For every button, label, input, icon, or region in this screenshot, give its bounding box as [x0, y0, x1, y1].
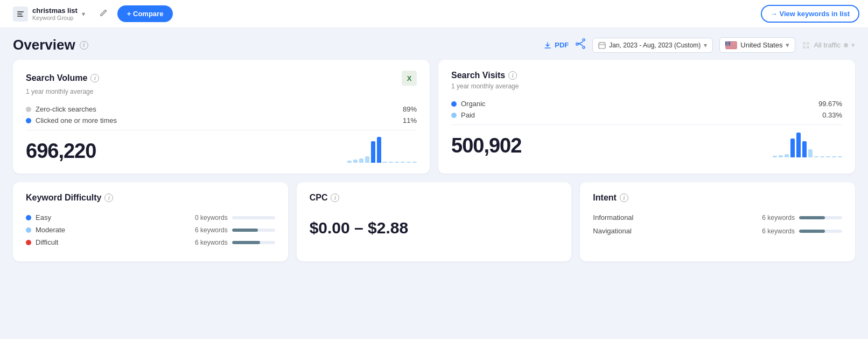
- compare-button[interactable]: + Compare: [117, 5, 173, 22]
- page-title: Overview i: [13, 37, 88, 53]
- svg-point-15: [729, 41, 729, 42]
- svg-rect-37: [803, 46, 806, 49]
- topbar-right: → View keywords in list: [761, 5, 859, 23]
- cpc-title: CPC i: [310, 193, 559, 203]
- navigational-bar: [799, 230, 842, 233]
- bar-8: [389, 162, 393, 163]
- sv-bar-5: [796, 133, 801, 157]
- share-button[interactable]: [575, 38, 586, 52]
- svg-rect-9: [725, 46, 737, 47]
- svg-rect-36: [807, 42, 809, 45]
- informational-bar-fill: [799, 216, 825, 219]
- zero-click-value: 89%: [403, 105, 417, 113]
- svg-point-24: [729, 43, 729, 44]
- traffic-filter-label: All traffic: [814, 41, 841, 49]
- svg-point-28: [728, 44, 729, 44]
- bar-7: [383, 152, 387, 163]
- easy-label: Easy: [36, 213, 51, 222]
- informational-bar: [799, 216, 842, 219]
- easy-dot: [26, 215, 31, 220]
- svg-rect-1: [17, 13, 22, 15]
- cpc-info-icon[interactable]: i: [331, 193, 339, 202]
- sv-bar-11: [832, 156, 836, 157]
- navigational-bar-fill: [799, 230, 825, 233]
- organic-value: 99.67%: [818, 100, 842, 108]
- bar-2: [353, 160, 358, 163]
- moderate-bar-fill: [232, 229, 258, 232]
- difficult-dot: [26, 240, 31, 245]
- moderate-count: 6 keywords: [195, 226, 228, 234]
- date-range-picker[interactable]: Jan, 2023 - Aug, 2023 (Custom) ▾: [592, 38, 713, 53]
- bar-9: [395, 162, 399, 163]
- search-visits-subtitle: 1 year monthly average: [451, 82, 842, 90]
- cpc-value: $0.00 – $2.88: [310, 219, 559, 237]
- svg-point-12: [726, 41, 726, 42]
- search-volume-card: Search Volume i X 1 year monthly average…: [13, 60, 430, 174]
- svg-point-31: [727, 45, 727, 45]
- bar-6: [377, 137, 381, 163]
- traffic-filter[interactable]: All traffic ▾: [802, 41, 855, 50]
- search-volume-chart: [347, 136, 417, 163]
- kd-difficult-row: Difficult 6 keywords: [26, 238, 275, 246]
- paid-row: Paid 0.33%: [451, 111, 842, 119]
- excel-export-button[interactable]: X: [402, 71, 417, 86]
- svg-point-19: [728, 43, 729, 43]
- intent-title: Intent i: [593, 193, 842, 203]
- sv-bar-6: [802, 141, 807, 157]
- svg-point-25: [729, 43, 730, 44]
- keyword-group-button[interactable]: christmas list Keyword Group ▾: [9, 3, 89, 25]
- traffic-icon: [802, 41, 810, 50]
- top-cards: Search Volume i X 1 year monthly average…: [13, 60, 855, 174]
- organic-row: Organic 99.67%: [451, 100, 842, 108]
- bar-10: [401, 162, 405, 163]
- sv-bar-3: [785, 154, 789, 157]
- country-picker[interactable]: United States ▾: [719, 37, 795, 53]
- svg-point-33: [729, 45, 729, 45]
- kd-easy-row: Easy 0 keywords: [26, 213, 275, 222]
- keyword-difficulty-card: Keyword Difficulty i Easy 0 keywords: [13, 182, 288, 261]
- search-visits-total: 500,902: [451, 134, 521, 157]
- svg-point-29: [729, 44, 730, 44]
- clicked-label: Clicked one or more times: [36, 116, 117, 124]
- clicked-row: Clicked one or more times 11%: [26, 116, 417, 124]
- svg-point-17: [726, 43, 727, 43]
- kd-info-icon[interactable]: i: [104, 193, 113, 202]
- view-keywords-button[interactable]: → View keywords in list: [761, 5, 859, 23]
- svg-rect-35: [803, 42, 806, 45]
- search-visits-card: Search Visits i 1 year monthly average O…: [438, 60, 855, 174]
- svg-point-21: [726, 43, 726, 44]
- kd-moderate-row: Moderate 6 keywords: [26, 226, 275, 234]
- sv-bar-2: [779, 155, 783, 157]
- svg-point-32: [727, 45, 728, 45]
- traffic-chevron-icon: ▾: [851, 41, 855, 49]
- informational-row: Informational 6 keywords: [593, 213, 842, 222]
- search-visits-info-icon[interactable]: i: [508, 71, 517, 80]
- intent-info-icon[interactable]: i: [620, 193, 628, 202]
- zero-click-dot: [26, 107, 31, 112]
- sv-bar-9: [820, 156, 824, 157]
- intent-card: Intent i Informational 6 keywords Naviga…: [580, 182, 855, 261]
- paid-dot: [451, 113, 457, 118]
- date-chevron-icon: ▾: [704, 41, 707, 49]
- overview-info-icon[interactable]: i: [80, 41, 88, 50]
- difficult-bar-fill: [232, 241, 260, 244]
- keyword-group-icon: [13, 6, 28, 22]
- search-volume-subtitle: 1 year monthly average: [26, 88, 417, 95]
- navigational-row: Navigational 6 keywords: [593, 227, 842, 235]
- moderate-dot: [26, 227, 31, 233]
- search-volume-total: 696,220: [26, 140, 96, 163]
- bar-11: [407, 162, 411, 163]
- svg-point-27: [727, 44, 728, 44]
- us-flag-icon: [725, 41, 737, 49]
- svg-rect-8: [725, 45, 737, 46]
- svg-rect-3: [599, 43, 605, 49]
- main-content: Search Volume i X 1 year monthly average…: [0, 60, 868, 274]
- paid-label: Paid: [461, 111, 475, 119]
- svg-point-20: [729, 43, 730, 43]
- divider2: [451, 124, 842, 125]
- organic-label: Organic: [461, 100, 486, 108]
- pdf-button[interactable]: PDF: [543, 41, 569, 50]
- edit-button[interactable]: [96, 5, 111, 22]
- kd-title: Keyword Difficulty i: [26, 193, 275, 203]
- search-volume-info-icon[interactable]: i: [90, 74, 99, 82]
